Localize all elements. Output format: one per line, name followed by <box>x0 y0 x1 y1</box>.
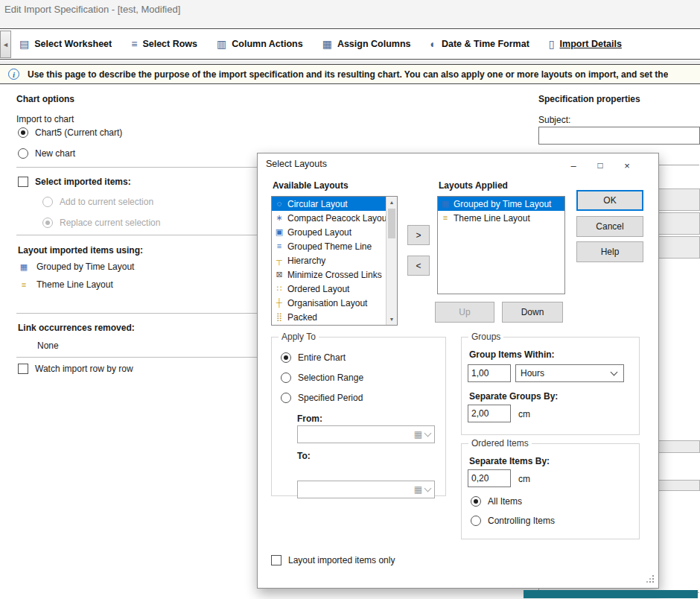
grouped-layout-icon: ▣ <box>273 228 285 236</box>
worksheet-icon: ▤ <box>19 39 29 49</box>
scroll-down-icon[interactable]: ▼ <box>386 314 397 325</box>
checkbox-select-imported-items[interactable]: Select imported items: <box>18 177 131 187</box>
grouped-theme-line-icon: ≡ <box>273 242 285 250</box>
group-unit-select[interactable]: Hours <box>515 364 624 382</box>
spec-properties-heading: Specification properties <box>538 94 640 104</box>
tab-assign-columns[interactable]: ▦ Assign Columns <box>322 39 411 49</box>
scrollbar-track[interactable] <box>386 239 397 314</box>
list-item-packed[interactable]: ⣿ Packed <box>272 310 386 324</box>
back-button[interactable]: ◄ <box>0 31 11 58</box>
info-bar: i Use this page to describe the purpose … <box>0 64 700 84</box>
link-occurrences-label: Link occurrences removed: <box>18 323 135 333</box>
to-date-picker: ▦ <box>297 481 435 498</box>
list-item-theme-line[interactable]: ≡ Theme Line Layout <box>438 211 564 225</box>
grouped-by-time-layout-icon: ▦ <box>439 200 451 208</box>
move-right-button[interactable]: > <box>407 225 430 245</box>
info-icon: i <box>8 69 19 80</box>
tab-date-time-format[interactable]: ◐ Date & Time Format <box>430 39 529 49</box>
checkbox-icon <box>271 555 281 565</box>
list-item-grouped-layout[interactable]: ▣ Grouped Layout <box>272 225 386 239</box>
scrollbar-thumb[interactable] <box>388 209 395 238</box>
available-layouts-scrollbar[interactable]: ▲ ▼ <box>386 197 397 325</box>
radio-icon <box>471 496 481 507</box>
list-item-compact-peacock[interactable]: ∗ Compact Peacock Layout <box>272 211 386 225</box>
link-occurrences-value: None <box>37 340 59 351</box>
close-icon[interactable]: × <box>614 156 640 174</box>
layouts-applied-label: Layouts Applied <box>439 180 508 191</box>
obscured-control-fragment <box>658 188 700 211</box>
cancel-button[interactable]: Cancel <box>576 216 643 237</box>
column-actions-icon: ▥ <box>217 39 226 49</box>
packed-layout-icon: ⣿ <box>273 313 285 321</box>
radio-selection-range[interactable]: Selection Range <box>281 373 363 383</box>
layouts-applied-list: ▦ Grouped by Time Layout ≡ Theme Line La… <box>437 196 565 294</box>
list-item-ordered-layout[interactable]: ∷ Ordered Layout <box>272 282 386 296</box>
checkbox-icon <box>18 177 28 187</box>
radio-icon <box>281 393 291 403</box>
tab-select-worksheet[interactable]: ▤ Select Worksheet <box>19 39 112 49</box>
separate-groups-label: Separate Groups By: <box>469 391 558 402</box>
wizard-steps: ▤ Select Worksheet ≡ Select Rows ▥ Colum… <box>0 39 622 49</box>
tab-column-actions[interactable]: ▥ Column Actions <box>217 39 303 49</box>
radio-controlling-items[interactable]: Controlling Items <box>471 516 555 526</box>
radio-new-chart[interactable]: New chart <box>18 148 75 159</box>
calendar-clock-icon: ◐ <box>430 39 436 49</box>
applied-layout-entry: ≡ Theme Line Layout <box>18 279 113 290</box>
layout-using-label: Layout imported items using: <box>18 245 143 256</box>
circular-layout-icon: ◌ <box>273 200 285 208</box>
applied-layout-entry: ▦ Grouped by Time Layout <box>18 262 134 272</box>
help-button[interactable]: Help <box>576 241 643 262</box>
assign-columns-icon: ▦ <box>322 39 332 49</box>
group-items-within-input[interactable] <box>468 364 511 382</box>
minimize-icon[interactable]: – <box>560 156 587 174</box>
move-left-button[interactable]: < <box>407 256 430 276</box>
down-button[interactable]: Down <box>502 302 563 323</box>
separate-groups-unit: cm <box>518 409 530 419</box>
select-layouts-dialog: Select Layouts – □ × Available Layouts ◌… <box>257 153 659 589</box>
list-item-grouped-theme-line[interactable]: ≡ Grouped Theme Line <box>272 239 386 253</box>
checkbox-watch-import[interactable]: Watch import row by row <box>18 364 133 374</box>
tab-import-details[interactable]: ▯ Import Details <box>549 39 622 49</box>
radio-icon <box>42 197 53 207</box>
list-item-circular-layout[interactable]: ◌ Circular Layout <box>272 197 386 211</box>
background-teal-strip <box>524 590 698 598</box>
date-picker-icon: ▦ <box>414 429 430 440</box>
groups-legend: Groups <box>468 332 503 342</box>
from-date-picker: ▦ <box>297 425 435 443</box>
list-item-organisation-layout[interactable]: ┼ Organisation Layout <box>272 296 386 310</box>
subject-input[interactable] <box>538 127 700 145</box>
subject-label: Subject: <box>538 115 570 125</box>
list-item-minimize-crossed-links[interactable]: ⊠ Minimize Crossed Links <box>272 267 386 282</box>
obscured-control-fragment <box>658 480 700 491</box>
compact-peacock-layout-icon: ∗ <box>273 214 285 222</box>
resize-grip[interactable] <box>646 575 655 584</box>
radio-icon <box>18 148 28 159</box>
apply-to-group: Apply To Entire Chart Selection Range Sp… <box>271 337 446 496</box>
tab-select-rows[interactable]: ≡ Select Rows <box>131 39 197 49</box>
chevron-down-icon <box>611 369 618 376</box>
radio-specified-period[interactable]: Specified Period <box>281 393 363 403</box>
window-title: Edit Import Specification - [test, Modif… <box>4 4 180 15</box>
apply-to-legend: Apply To <box>279 332 319 342</box>
hierarchy-icon: ┬ <box>273 256 285 264</box>
radio-icon <box>281 352 291 363</box>
separate-groups-input[interactable] <box>468 405 511 422</box>
ok-button[interactable]: OK <box>576 190 643 211</box>
back-chevron-icon: ◄ <box>2 41 9 48</box>
list-item-grouped-by-time[interactable]: ▦ Grouped by Time Layout <box>438 197 564 211</box>
checkbox-layout-imported-only[interactable]: Layout imported items only <box>271 555 395 565</box>
theme-line-layout-icon: ≡ <box>18 281 30 289</box>
radio-entire-chart[interactable]: Entire Chart <box>281 352 346 363</box>
scroll-up-icon[interactable]: ▲ <box>386 197 397 208</box>
page-icon: ▯ <box>549 39 555 49</box>
list-item-hierarchy[interactable]: ┬ Hierarchy <box>272 253 386 267</box>
radio-current-chart[interactable]: Chart5 (Current chart) <box>18 127 122 138</box>
ordered-items-legend: Ordered Items <box>468 438 532 449</box>
available-layouts-label: Available Layouts <box>273 180 349 191</box>
window-buttons: – □ × <box>560 156 640 174</box>
obscured-control-fragment <box>658 236 700 259</box>
separate-items-input[interactable] <box>468 469 511 487</box>
maximize-icon[interactable]: □ <box>587 156 614 174</box>
theme-line-layout-icon: ≡ <box>439 214 451 222</box>
radio-all-items[interactable]: All Items <box>471 496 522 507</box>
